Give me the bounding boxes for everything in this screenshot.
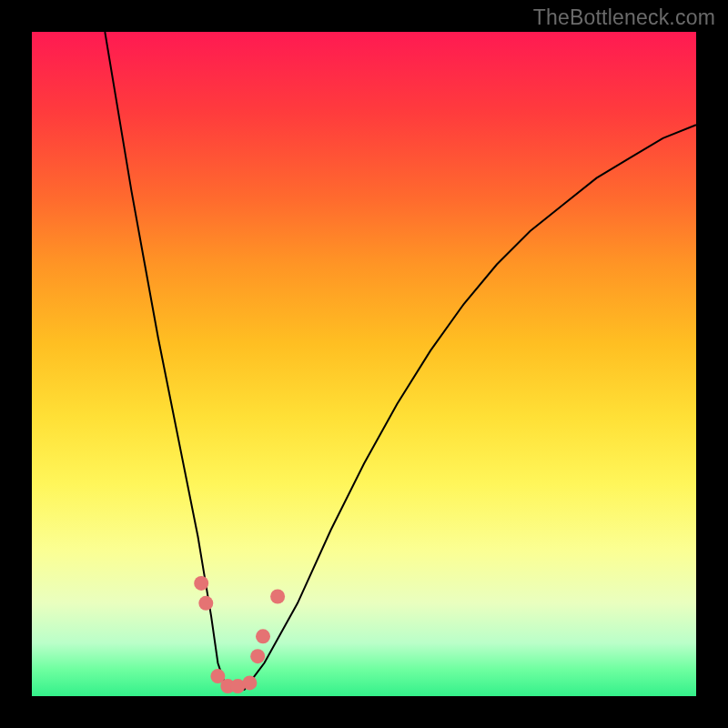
watermark: TheBottleneck.com	[533, 5, 715, 30]
marker-dot	[270, 590, 285, 604]
marker-dot	[198, 596, 213, 611]
bottleneck-curve	[105, 32, 696, 690]
curve-svg	[32, 32, 696, 696]
plot-area	[32, 32, 696, 696]
marker-dot	[194, 576, 208, 591]
marker-dot	[242, 675, 257, 690]
chart-frame: TheBottleneck.com	[0, 0, 728, 728]
marker-dot	[256, 629, 270, 643]
marker-dot	[250, 649, 265, 663]
